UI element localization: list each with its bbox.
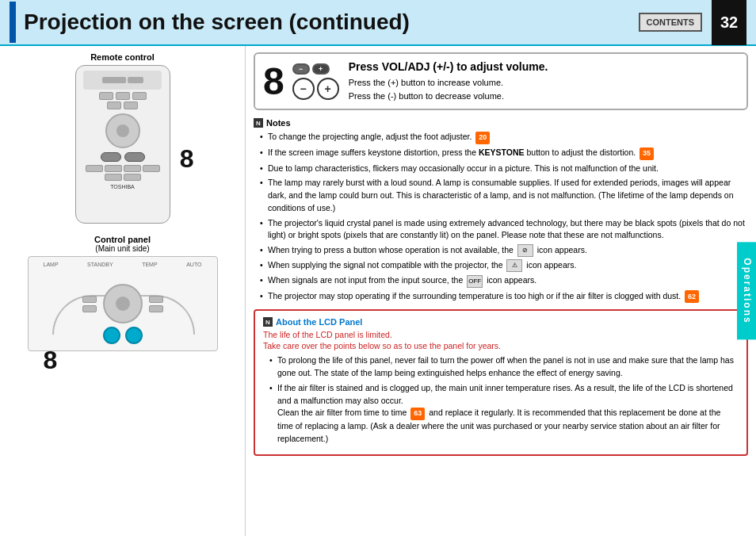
rc-top-section: [83, 71, 162, 90]
cp-vol-btn-minus: [103, 327, 120, 344]
note-text-4: The projector's liquid crystal panel is …: [268, 218, 745, 240]
lcd-panel-header: N About the LCD Panel: [263, 317, 739, 327]
incompatible-icon: ⚠: [506, 259, 522, 272]
contents-button[interactable]: CONTENTS: [639, 13, 703, 32]
note-text-7: When signals are not input from the inpu…: [268, 275, 465, 285]
rc-dpad-center: [116, 124, 129, 137]
note-text-5: When trying to press a button whose oper…: [268, 245, 516, 255]
right-panel: 8 − + − + Press VOL/ADJ (+/-) to adjust …: [246, 46, 756, 536]
cp-label-standby: STANDBY: [87, 262, 113, 267]
rc-bottom-buttons: [79, 165, 166, 181]
vol-plus-large: +: [317, 78, 339, 100]
rc-bottom-btn: [124, 174, 141, 181]
cp-label-lamp: LAMP: [44, 262, 59, 267]
remote-control-image: TOSHIBA: [75, 65, 170, 224]
main-content: Remote control: [0, 46, 756, 536]
rc-buttons-row1: [99, 92, 147, 100]
page-ref-63: 63: [410, 408, 425, 420]
vol-top-icons: − +: [292, 63, 339, 75]
notes-icon: N: [254, 118, 263, 128]
rc-vol-minus: [101, 152, 121, 162]
page-number: 32: [712, 0, 746, 45]
rc-bottom-btn: [105, 174, 122, 181]
rc-dpad: [105, 113, 140, 148]
cp-side-btn: [149, 296, 163, 303]
rc-btn: [99, 92, 113, 100]
rc-btn: [132, 92, 147, 100]
note-item-5: When trying to press a button whose oper…: [260, 244, 748, 257]
notes-title: Notes: [266, 118, 291, 128]
cp-dpad: [103, 284, 143, 324]
control-panel-wrapper: LAMP STANDBY TEMP AUTO: [28, 256, 218, 351]
step8-desc1: Press the (+) button to increase volume.: [349, 76, 739, 90]
header-accent-bar: [10, 2, 16, 43]
step8-title: Press VOL/ADJ (+/-) to adjust volume.: [349, 60, 739, 73]
note-text-6b: icon appears.: [526, 260, 576, 270]
step-label-control-panel: 8: [44, 346, 58, 375]
note-item-8: The projector may stop operating if the …: [260, 290, 748, 304]
lcd-panel-box: N About the LCD Panel The life of the LC…: [254, 309, 748, 455]
vol-bottom-icons: − +: [292, 78, 339, 100]
rc-bottom-btn: [86, 165, 103, 172]
note-item-6: When supplying the signal not compatible…: [260, 259, 748, 272]
notes-section: N Notes To change the projecting angle, …: [254, 118, 748, 303]
note-text-3: The lamp may rarely burst with a loud so…: [268, 178, 734, 212]
note-text-2: Due to lamp characteristics, flickers ma…: [268, 163, 659, 173]
cp-label-timer: TEMP: [142, 262, 157, 267]
page-ref-20: 20: [475, 132, 490, 144]
rc-btn: [124, 101, 138, 109]
control-panel-section: Control panel (Main unit side) LAMP STAN…: [6, 235, 239, 351]
control-panel-title: Control panel: [94, 235, 151, 244]
cp-side-btn: [149, 305, 163, 312]
lcd-subtitle1: The life of the LCD panel is limited.: [263, 330, 739, 339]
note-item-7: When signals are not input from the inpu…: [260, 274, 748, 287]
rc-buttons-row2: [107, 101, 138, 109]
note-text-0: To change the projecting angle, adjust t…: [268, 132, 474, 141]
step8-desc2: Press the (-) button to decrease volume.: [349, 90, 739, 103]
step8-icons: − + − +: [292, 63, 339, 100]
operations-tab: Operations: [737, 242, 756, 339]
lcd-text-0: To prolong the life of this panel, never…: [277, 355, 734, 377]
step8-text: Press VOL/ADJ (+/-) to adjust volume. Pr…: [349, 60, 739, 102]
rc-vol-row: [101, 152, 145, 162]
note-text-7b: icon appears.: [487, 275, 536, 285]
lcd-notes-icon: N: [263, 317, 273, 327]
rc-brand-label: TOSHIBA: [110, 184, 135, 190]
cp-side-btn: [82, 296, 97, 303]
cp-vol-btn-plus: [125, 327, 143, 344]
control-panel-image: LAMP STANDBY TEMP AUTO: [28, 256, 218, 351]
step-label-remote: 8: [180, 144, 194, 174]
rc-btn: [116, 92, 130, 100]
notes-list: To change the projecting angle, adjust t…: [254, 131, 748, 303]
lcd-list: To prolong the life of this panel, never…: [263, 354, 739, 445]
lcd-item-0: To prolong the life of this panel, never…: [269, 354, 739, 380]
remote-control-section: TOSHIBA 8: [75, 65, 170, 228]
note-item-2: Due to lamp characteristics, flickers ma…: [260, 163, 748, 175]
cp-label-auto: AUTO: [186, 262, 201, 267]
page-ref-62: 62: [685, 290, 699, 303]
rc-bottom-btn: [143, 165, 160, 172]
lcd-item-1: If the air filter is stained and is clog…: [269, 382, 739, 446]
note-item-3: The lamp may rarely burst with a loud so…: [260, 177, 748, 214]
rc-bottom-btn: [124, 165, 141, 172]
rc-vol-plus: [124, 152, 145, 162]
control-panel-subtitle: (Main unit side): [95, 244, 149, 253]
unavailable-icon: ⊘: [517, 244, 533, 257]
lcd-panel-title: About the LCD Panel: [276, 317, 362, 327]
note-item-4: The projector's liquid crystal panel is …: [260, 217, 748, 243]
step8-number: 8: [263, 63, 284, 101]
page-title: Projection on the screen (continued): [24, 10, 639, 35]
vol-plus-small: +: [312, 63, 330, 75]
left-panel: Remote control: [0, 46, 246, 536]
no-signal-icon: OFF: [467, 275, 483, 288]
vol-minus-large: −: [292, 78, 315, 100]
step8-box: 8 − + − + Press VOL/ADJ (+/-) to adjust …: [254, 52, 748, 110]
cp-dpad-center: [116, 297, 130, 311]
cp-side-btn: [82, 305, 97, 312]
header: Projection on the screen (continued) CON…: [0, 0, 756, 46]
note-item-1: If the screen image suffers keystone dis…: [260, 147, 748, 160]
rc-bottom-btn: [105, 165, 122, 172]
notes-header: N Notes: [254, 118, 748, 128]
note-text-6: When supplying the signal not compatible…: [268, 260, 505, 270]
lcd-subtitle2: Take care over the points below so as to…: [263, 341, 739, 350]
